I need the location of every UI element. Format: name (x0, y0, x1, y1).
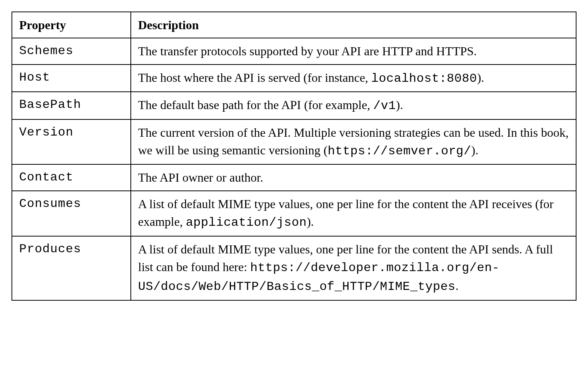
description-text: The default base path for the API (for e… (138, 98, 373, 112)
property-cell: BasePath (12, 92, 131, 119)
table-row: BasePathThe default base path for the AP… (12, 92, 576, 119)
description-text: . (456, 279, 459, 293)
description-text: ). (396, 98, 403, 112)
table-row: HostThe host where the API is served (fo… (12, 65, 576, 92)
property-cell: Schemes (12, 38, 131, 64)
table-row: ContactThe API owner or author. (12, 164, 576, 190)
description-cell: A list of default MIME type values, one … (131, 191, 576, 236)
table-row: SchemesThe transfer protocols supported … (12, 38, 576, 64)
table-row: ConsumesA list of default MIME type valu… (12, 191, 576, 236)
description-text: The API owner or author. (138, 170, 263, 184)
description-cell: The API owner or author. (131, 164, 576, 190)
api-properties-table: Property Description SchemesThe transfer… (12, 12, 576, 301)
mono-text: localhost:8080 (371, 71, 477, 86)
table-row: ProducesA list of default MIME type valu… (12, 236, 576, 300)
table-header-row: Property Description (12, 12, 576, 38)
description-text: The transfer protocols supported by your… (138, 44, 477, 58)
description-cell: The transfer protocols supported by your… (131, 38, 576, 64)
property-cell: Produces (12, 236, 131, 300)
property-cell: Contact (12, 164, 131, 190)
description-text: The host where the API is served (for in… (138, 71, 371, 84)
header-description: Description (131, 12, 576, 38)
property-cell: Consumes (12, 191, 131, 236)
description-cell: The host where the API is served (for in… (131, 65, 576, 92)
mono-text: application/json (186, 215, 306, 230)
mono-text: /v1 (373, 99, 396, 113)
property-cell: Host (12, 65, 131, 92)
table-row: VersionThe current version of the API. M… (12, 119, 576, 165)
description-text: ). (307, 215, 314, 228)
table-body: SchemesThe transfer protocols supported … (12, 38, 576, 300)
mono-text: https://semver.org/ (328, 144, 471, 158)
description-cell: A list of default MIME type values, one … (131, 236, 576, 300)
description-text: ). (477, 71, 484, 84)
property-cell: Version (12, 119, 131, 165)
description-cell: The default base path for the API (for e… (131, 92, 576, 119)
header-property: Property (12, 12, 131, 38)
description-cell: The current version of the API. Multiple… (131, 119, 576, 165)
description-text: ). (471, 143, 478, 157)
